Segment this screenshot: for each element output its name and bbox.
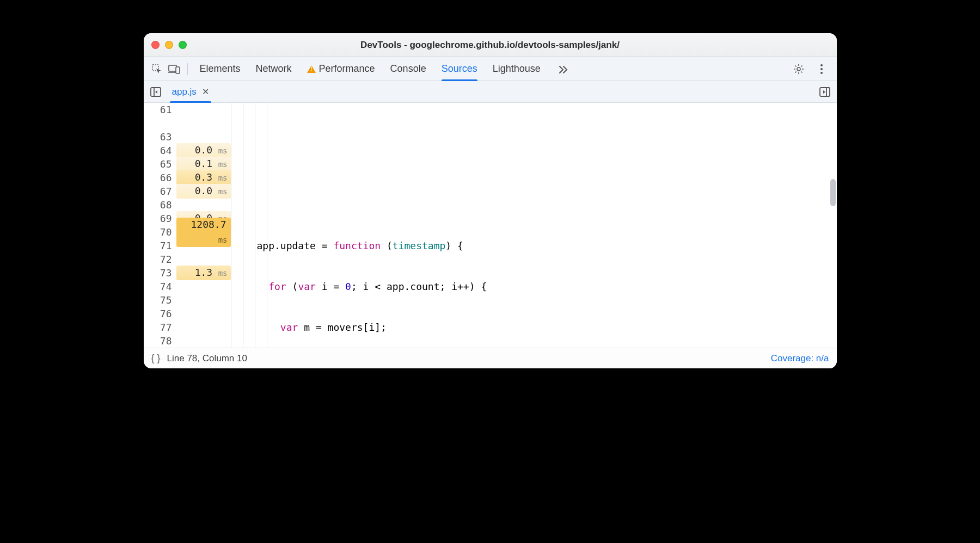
warning-icon xyxy=(307,65,316,73)
file-tab-label: app.js xyxy=(172,87,197,97)
line-timing: 0.3 ms xyxy=(176,170,231,185)
close-tab-icon[interactable]: ✕ xyxy=(202,87,209,97)
close-window-button[interactable] xyxy=(151,41,160,49)
svg-point-5 xyxy=(820,68,823,70)
gutter-row[interactable]: 71 xyxy=(144,239,231,252)
line-number: 66 xyxy=(149,171,174,184)
tab-performance[interactable]: Performance xyxy=(307,57,375,81)
window-controls xyxy=(151,41,187,49)
coverage-link[interactable]: Coverage: n/a xyxy=(771,353,829,364)
scrollbar-thumb[interactable] xyxy=(830,179,836,206)
devtools-window: DevTools - googlechrome.github.io/devtoo… xyxy=(144,33,837,368)
separator xyxy=(187,63,188,75)
line-number: 64 xyxy=(149,144,174,157)
line-number: 77 xyxy=(149,320,174,334)
code-editor[interactable]: 616263640.0 ms650.1 ms660.3 ms670.0 ms68… xyxy=(144,103,837,348)
tab-label: Console xyxy=(390,63,426,75)
window-title: DevTools - googlechrome.github.io/devtoo… xyxy=(144,40,837,51)
debugger-sidebar-toggle-icon[interactable] xyxy=(816,81,834,102)
settings-icon[interactable] xyxy=(791,61,806,77)
tab-elements[interactable]: Elements xyxy=(200,57,241,81)
pretty-print-icon[interactable]: { } xyxy=(151,353,161,364)
line-number: 76 xyxy=(149,307,174,320)
line-number: 65 xyxy=(149,157,174,171)
svg-rect-1 xyxy=(169,65,176,71)
file-tab-app-js[interactable]: app.js ✕ xyxy=(166,81,216,102)
svg-point-3 xyxy=(797,67,800,71)
status-bar: { } Line 78, Column 10 Coverage: n/a xyxy=(144,348,837,368)
code-line[interactable] xyxy=(257,198,837,212)
code-line[interactable]: var m = movers[i]; xyxy=(257,320,837,334)
titlebar: DevTools - googlechrome.github.io/devtoo… xyxy=(144,33,837,57)
line-timing: 0.0 ms xyxy=(176,143,231,158)
gutter-row[interactable]: 62 xyxy=(144,116,231,130)
panel-tabs: Elements Network Performance Console Sou… xyxy=(200,57,789,81)
line-number: 70 xyxy=(149,225,174,239)
code-content[interactable]: app.update = function (timestamp) { for … xyxy=(231,103,837,348)
line-number: 75 xyxy=(149,293,174,307)
spacer xyxy=(217,81,815,102)
code-line[interactable]: app.update = function (timestamp) { xyxy=(257,239,837,252)
line-number: 67 xyxy=(149,184,174,198)
toolbar-right xyxy=(791,61,831,77)
line-number: 73 xyxy=(149,266,174,280)
gutter-row[interactable]: 640.0 ms xyxy=(144,144,231,157)
line-timing: 1.3 ms xyxy=(176,266,231,280)
main-toolbar: Elements Network Performance Console Sou… xyxy=(144,57,837,81)
tab-label: Lighthouse xyxy=(493,63,541,75)
line-number: 71 xyxy=(149,239,174,252)
tab-label: Elements xyxy=(200,63,241,75)
gutter-row[interactable]: 74 xyxy=(144,280,231,293)
gutter-row[interactable]: 76 xyxy=(144,307,231,320)
gutter-row[interactable]: 731.3 ms xyxy=(144,266,231,280)
gutter-row[interactable]: 701208.7 ms xyxy=(144,225,231,239)
line-timing: 0.1 ms xyxy=(176,157,231,171)
gutter-row[interactable]: 660.3 ms xyxy=(144,171,231,184)
line-timing: 0.0 ms xyxy=(176,184,231,199)
line-number: 68 xyxy=(149,198,174,212)
line-number: 72 xyxy=(149,252,174,266)
gutter-row[interactable]: 68 xyxy=(144,198,231,212)
tab-network[interactable]: Network xyxy=(256,57,292,81)
file-tabs-bar: app.js ✕ xyxy=(144,81,837,103)
line-number: 63 xyxy=(149,130,174,144)
gutter-row[interactable]: 650.1 ms xyxy=(144,157,231,171)
gutter-row[interactable]: 78 xyxy=(144,334,231,348)
code-line[interactable]: for (var i = 0; i < app.count; i++) { xyxy=(257,280,837,293)
tab-lighthouse[interactable]: Lighthouse xyxy=(493,57,541,81)
line-number: 78 xyxy=(149,334,174,348)
svg-point-6 xyxy=(820,72,823,74)
cursor-position: Line 78, Column 10 xyxy=(167,353,247,364)
tab-label: Network xyxy=(256,63,292,75)
gutter-row[interactable]: 77 xyxy=(144,320,231,334)
svg-point-4 xyxy=(820,64,823,66)
more-tabs-icon[interactable] xyxy=(556,61,571,77)
kebab-menu-icon[interactable] xyxy=(814,61,829,77)
zoom-window-button[interactable] xyxy=(179,41,187,49)
line-number: 74 xyxy=(149,280,174,293)
gutter-row[interactable]: 670.0 ms xyxy=(144,184,231,198)
gutter-row[interactable]: 72 xyxy=(144,252,231,266)
svg-rect-2 xyxy=(176,67,180,73)
gutter-row[interactable]: 75 xyxy=(144,293,231,307)
tab-sources[interactable]: Sources xyxy=(442,57,477,81)
line-number: 62 xyxy=(149,116,174,130)
inspect-element-icon[interactable] xyxy=(149,61,164,77)
minimize-window-button[interactable] xyxy=(165,41,173,49)
tab-label: Performance xyxy=(319,63,375,75)
gutter-row[interactable]: 61 xyxy=(144,103,231,116)
gutter-row[interactable]: 63 xyxy=(144,130,231,144)
tab-label: Sources xyxy=(442,63,477,75)
gutter[interactable]: 616263640.0 ms650.1 ms660.3 ms670.0 ms68… xyxy=(144,103,231,348)
line-number: 69 xyxy=(149,212,174,225)
device-toolbar-icon[interactable] xyxy=(167,61,182,77)
line-number: 61 xyxy=(149,103,174,116)
navigator-toggle-icon[interactable] xyxy=(147,81,164,102)
tab-console[interactable]: Console xyxy=(390,57,426,81)
